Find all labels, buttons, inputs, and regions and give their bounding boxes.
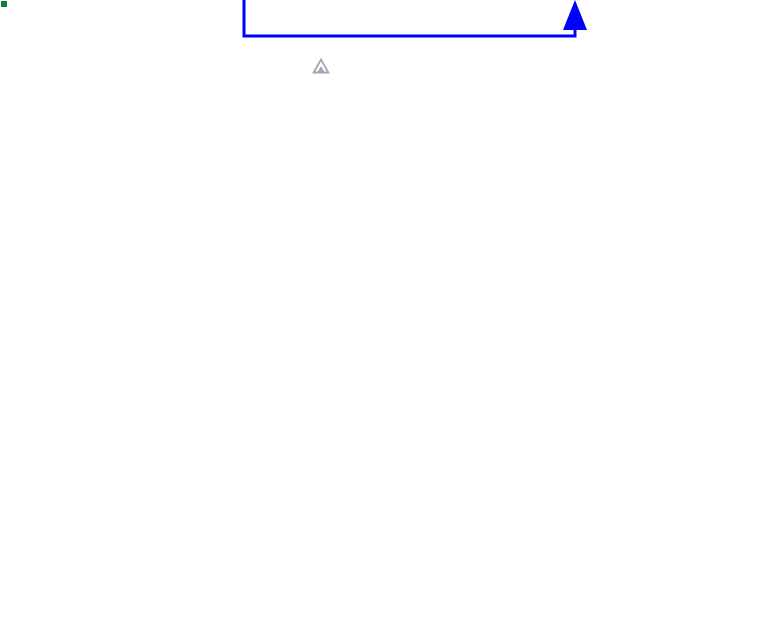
annotation-area [0,0,767,120]
fill-handle[interactable] [0,0,8,8]
logo-icon [310,56,332,78]
annotation-arrow [0,0,767,120]
exceldemy-logo [310,56,338,78]
